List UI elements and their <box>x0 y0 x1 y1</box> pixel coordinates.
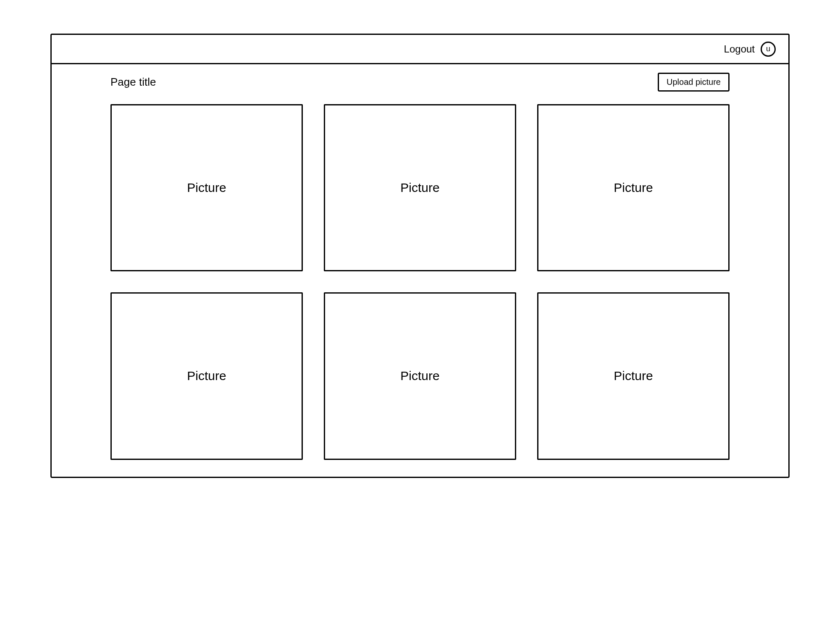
picture-label: Picture <box>614 181 653 195</box>
top-bar: Logout u <box>52 35 788 64</box>
upload-picture-button[interactable]: Upload picture <box>658 73 730 92</box>
picture-label: Picture <box>187 369 226 383</box>
main-content: Page title Upload picture Picture Pictur… <box>52 64 788 477</box>
page-title: Page title <box>110 76 156 89</box>
picture-label: Picture <box>400 369 439 383</box>
picture-card[interactable]: Picture <box>537 292 730 459</box>
avatar-initial: u <box>766 45 770 53</box>
picture-card[interactable]: Picture <box>324 292 516 459</box>
logout-link[interactable]: Logout <box>724 43 755 55</box>
title-row: Page title Upload picture <box>110 73 730 92</box>
picture-label: Picture <box>614 369 653 383</box>
picture-label: Picture <box>400 181 439 195</box>
app-window: Logout u Page title Upload picture Pictu… <box>50 34 790 478</box>
picture-grid: Picture Picture Picture Picture Picture … <box>110 104 730 460</box>
picture-card[interactable]: Picture <box>324 104 516 271</box>
picture-card[interactable]: Picture <box>110 104 303 271</box>
picture-card[interactable]: Picture <box>110 292 303 459</box>
avatar[interactable]: u <box>761 42 776 57</box>
picture-label: Picture <box>187 181 226 195</box>
picture-card[interactable]: Picture <box>537 104 730 271</box>
